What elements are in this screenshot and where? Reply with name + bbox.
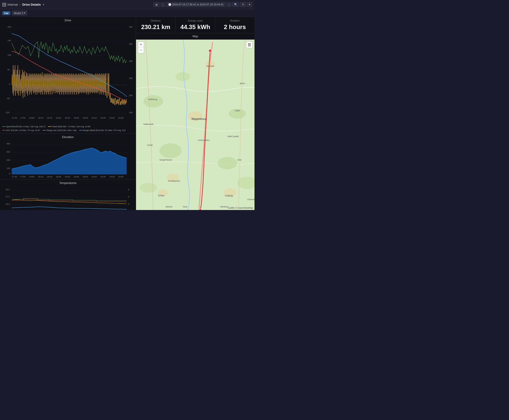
drive-chart-svg: 200 150 100 50 0 -50 -100 400 350 300 25… (2, 23, 134, 124)
duration-value: 2 hours (219, 23, 251, 31)
svg-text:Leipzig: Leipzig (225, 194, 233, 197)
svg-text:Goslar: Goslar (147, 144, 153, 146)
svg-text:100: 100 (8, 54, 11, 56)
svg-text:19:00: 19:00 (83, 176, 88, 178)
svg-text:19:10: 19:10 (92, 176, 97, 178)
apps-icon[interactable] (2, 3, 6, 7)
svg-text:Nordhausen: Nordhausen (168, 180, 180, 182)
nav-next-button[interactable]: › (227, 2, 231, 7)
map-area: Magdeburg Leipzig Erfurt Stendal Nordhau… (136, 40, 254, 210)
legend-range-ideal: Range (ideal) [km] Min: 81 Max: 373 Avg:… (79, 129, 125, 132)
svg-text:50: 50 (8, 68, 10, 71)
svg-point-89 (143, 95, 163, 108)
header: Internal > Drive Details ▾ 🖥 ‹ 🕐 2019-07… (0, 0, 254, 9)
svg-text:0: 0 (9, 83, 10, 85)
breadcrumb-internal[interactable]: Internal (8, 3, 18, 6)
svg-text:200: 200 (7, 159, 10, 161)
svg-text:400: 400 (129, 26, 132, 28)
temperatures-chart-container: Temperatures 30.0 27.5 25.0 22.5 20.0 8 … (0, 180, 136, 210)
map-credit: Leaflet | © OpenStreetMap (228, 207, 253, 209)
svg-text:Magdeburg: Magdeburg (192, 117, 206, 120)
elevation-chart-svg: 400 300 200 100 0 17:40 (2, 140, 134, 178)
svg-text:Halle (Saale): Halle (Saale) (227, 135, 239, 138)
svg-text:17:50: 17:50 (20, 176, 26, 178)
elevation-chart-title: Elevation (2, 135, 133, 139)
svg-text:18:30: 18:30 (56, 176, 61, 178)
elevation-chart-area: 400 300 200 100 0 17:40 (2, 140, 133, 178)
model-select[interactable]: Model 3 ▾ (12, 11, 27, 15)
svg-text:250: 250 (129, 77, 132, 79)
energy-card: Energy used 44.35 kWh (176, 17, 215, 33)
breadcrumb-dropdown[interactable]: ▾ (43, 3, 44, 6)
svg-text:18:30: 18:30 (56, 117, 61, 119)
svg-text:150: 150 (129, 111, 132, 114)
drive-legend: Speed [km/h] Min: 0 Max: 192 Avg: 108.72… (2, 124, 133, 132)
temperatures-chart-svg: 30.0 27.5 25.0 22.5 20.0 8 6 4 2 0 (2, 186, 134, 210)
legend-power: Power [kW] Min: -74 Max: 164 Avg: 19.85 (48, 125, 90, 128)
map-svg: Magdeburg Leipzig Erfurt Stendal Nordhau… (136, 40, 254, 210)
svg-text:18:40: 18:40 (65, 176, 70, 178)
more-button[interactable]: ▾ (247, 2, 252, 7)
svg-text:18:00: 18:00 (29, 176, 34, 178)
svg-point-93 (139, 183, 157, 193)
car-tag: Car (2, 11, 10, 15)
svg-text:-50: -50 (7, 97, 10, 100)
svg-text:Erfurt: Erfurt (158, 194, 164, 197)
svg-text:19:00: 19:00 (83, 117, 88, 119)
svg-text:30.0: 30.0 (6, 188, 10, 191)
refresh-button[interactable]: ↻ (240, 2, 246, 7)
svg-text:-100: -100 (5, 111, 9, 114)
time-range-selector[interactable]: 🕐 2019-07-19 17:36:41 to 2019-07-19 19:4… (166, 2, 226, 7)
svg-text:Halle: Halle (235, 109, 240, 112)
drive-chart-area: 200 150 100 50 0 -50 -100 400 350 300 25… (2, 23, 133, 124)
svg-text:Berlin →: Berlin → (240, 82, 247, 85)
svg-text:18:20: 18:20 (47, 176, 52, 178)
nav-prev-button[interactable]: ‹ (161, 2, 165, 7)
svg-text:Wolfsburg: Wolfsburg (148, 98, 157, 101)
svg-text:17:40: 17:40 (12, 176, 17, 178)
stats-row: Distance 230.21 km Energy used 44.35 kWh… (136, 17, 254, 33)
svg-text:19:20: 19:20 (100, 117, 106, 119)
svg-text:200: 200 (129, 94, 132, 97)
svg-rect-121 (248, 43, 251, 44)
svg-point-119 (208, 49, 212, 52)
energy-value: 44.35 kWh (179, 23, 212, 31)
svg-text:18:10: 18:10 (38, 117, 43, 119)
temperatures-chart-title: Temperatures (2, 181, 133, 185)
svg-point-91 (160, 143, 182, 158)
right-panel: Distance 230.21 km Energy used 44.35 kWh… (136, 17, 254, 210)
svg-text:8: 8 (128, 188, 129, 191)
temperatures-chart-area: 30.0 27.5 25.0 22.5 20.0 8 6 4 2 0 (2, 186, 133, 210)
svg-text:Sangerhausen: Sangerhausen (160, 159, 172, 161)
distance-value: 230.21 km (139, 23, 172, 31)
zoom-in-button[interactable]: + (138, 42, 144, 47)
svg-text:19:30: 19:30 (109, 117, 115, 119)
svg-text:18:00: 18:00 (29, 117, 34, 119)
search-button[interactable]: 🔍 (232, 2, 239, 7)
svg-text:Zeitz: Zeitz (237, 159, 242, 161)
svg-text:17:50: 17:50 (20, 117, 26, 119)
svg-text:6: 6 (128, 195, 129, 198)
svg-text:18:20: 18:20 (47, 117, 52, 119)
svg-text:200: 200 (8, 26, 11, 28)
monitor-button[interactable]: 🖥 (153, 2, 160, 7)
svg-text:18:50: 18:50 (74, 117, 79, 119)
svg-text:17:40: 17:40 (12, 117, 17, 119)
legend-soc: SOC [%] Min: 16 Max: 75 Avg: 43.97 (2, 129, 40, 132)
zoom-out-button[interactable]: − (138, 47, 144, 53)
distance-card: Distance 230.21 km (136, 17, 176, 33)
left-panel: Drive 200 150 100 50 0 -50 -100 400 350 … (0, 17, 136, 210)
svg-text:Halberstadt: Halberstadt (143, 123, 154, 125)
svg-text:300: 300 (7, 151, 10, 153)
svg-text:19:10: 19:10 (92, 117, 97, 119)
breadcrumb-sep: > (19, 3, 21, 6)
elevation-chart-container: Elevation 400 300 200 100 0 (0, 134, 136, 180)
map-layer-button[interactable] (246, 41, 253, 48)
svg-point-95 (176, 72, 190, 81)
svg-text:18:50: 18:50 (74, 176, 79, 178)
legend-range-est: Range (est.) [km] Min: Max: Avg: (43, 129, 77, 132)
duration-label: Duration (219, 19, 251, 22)
svg-text:0: 0 (9, 172, 10, 175)
svg-text:4: 4 (128, 203, 129, 205)
drive-chart-title: Drive (2, 19, 133, 22)
